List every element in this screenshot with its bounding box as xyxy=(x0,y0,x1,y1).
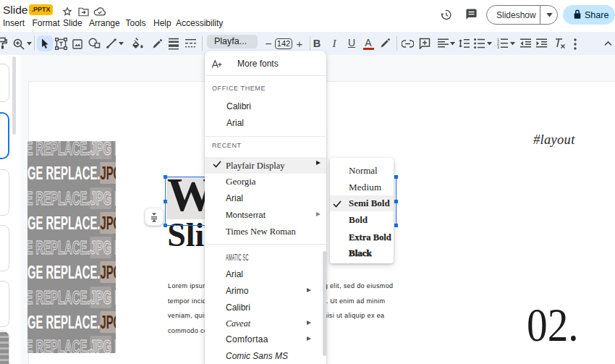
svg-text:3: 3 xyxy=(497,45,499,48)
